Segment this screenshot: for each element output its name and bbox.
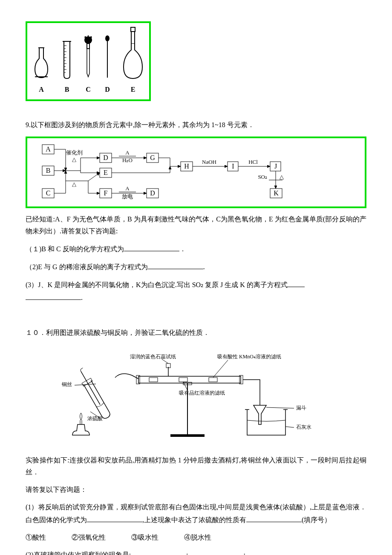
apparatus-c: C (82, 35, 95, 96)
blank (148, 261, 203, 269)
q10-experiment-diagram: 湿润的蓝色石蕊试纸 吸有酸性 KMnO₄溶液的滤纸 铜丝 吸有品红溶液的滤纸 浓… (26, 346, 366, 448)
q10-options: ①酸性 ②强氧化性 ③吸水性 ④脱水性 (26, 532, 366, 544)
punct: ． (284, 552, 291, 555)
experiment-setup-icon: 湿润的蓝色石蕊试纸 吸有酸性 KMnO₄溶液的滤纸 铜丝 吸有品红溶液的滤纸 浓… (60, 346, 332, 444)
punct: . (203, 263, 205, 270)
apparatus-label: C (86, 86, 91, 93)
num: ③ (131, 534, 138, 541)
opt-text: 强氧化性 (78, 534, 106, 541)
svg-text:A: A (125, 185, 130, 192)
svg-rect-69 (209, 378, 217, 382)
thermometer-icon (103, 35, 112, 82)
svg-line-81 (285, 427, 294, 427)
option-4: ④脱水性 (184, 532, 211, 544)
label-cuwire: 铜丝 (61, 381, 72, 387)
svg-text:△: △ (72, 181, 76, 187)
svg-rect-67 (149, 378, 158, 382)
option-1: ①酸性 (26, 532, 46, 544)
svg-text:G: G (150, 154, 155, 161)
blank (87, 514, 142, 522)
svg-text:I: I (232, 163, 234, 170)
apparatus-label: A (39, 86, 44, 93)
svg-text:A: A (46, 145, 51, 153)
apparatus-label: D (105, 86, 110, 93)
q10-p2: (2)直玻璃管中依次观察到的现象是:;;． (26, 549, 366, 555)
blank (26, 291, 81, 300)
q9-p2: （2)E 与 G 的稀溶液反响的离子方程式为. (26, 261, 366, 273)
q9-p3: (3）J、K 是同种金属的不同氯化物，K为白色沉淀.写出 SO₂ 复原 J 生成… (26, 279, 366, 304)
svg-text:放电: 放电 (122, 193, 133, 200)
q9-p3-text: (3）J、K 是同种金属的不同氯化物，K为白色沉淀.写出 SO₂ 复原 J 生成… (26, 281, 288, 288)
apparatus-e: E (120, 26, 146, 96)
svg-text:A: A (125, 149, 130, 156)
apparatus-d: D (103, 35, 112, 96)
punct: . (81, 294, 83, 301)
label-litmus: 湿润的蓝色石蕊试纸 (130, 354, 176, 360)
svg-text:△: △ (280, 174, 284, 180)
svg-text:H: H (184, 163, 189, 170)
svg-rect-15 (131, 27, 135, 32)
q9-intro: 9.以下框图涉及到的物质所含元素中,除一种元素外，其余均为 1~18 号元素． (26, 119, 366, 131)
q9-p1: （１)B 和 C 反响的化学方程式为． (26, 243, 366, 256)
flow-chart-icon: A B C D E F G D H I J K (34, 142, 298, 202)
svg-point-13 (105, 35, 110, 41)
apparatus-label: E (131, 86, 135, 93)
blank (131, 549, 186, 555)
q10-p1b: ,上述现象中表达了浓硫酸的性质有 (142, 516, 246, 523)
opt-text: 脱水性 (191, 534, 211, 541)
q10-p1: (1）将反响后的试管充分静置，观察到试管底部有白色固体出现,中间层是浅黄色液体(… (26, 501, 366, 526)
label-kmno4: 吸有酸性 KMnO₄溶液的滤纸 (217, 354, 281, 360)
svg-rect-12 (87, 44, 89, 49)
svg-text:C: C (46, 189, 51, 197)
svg-line-63 (81, 371, 100, 404)
svg-text:催化剂: 催化剂 (66, 149, 83, 156)
q10-number: １０． (26, 329, 46, 336)
label-pinhong: 吸有品红溶液的滤纸 (179, 390, 225, 396)
blank (288, 279, 305, 287)
svg-point-11 (84, 36, 92, 44)
option-2: ②强氧化性 (72, 532, 106, 544)
svg-text:B: B (46, 167, 51, 174)
num: ① (26, 534, 32, 541)
blank (245, 549, 284, 555)
svg-rect-65 (136, 375, 140, 384)
svg-line-80 (266, 407, 294, 408)
label-funnel: 漏斗 (296, 405, 306, 411)
svg-rect-68 (179, 378, 187, 382)
apparatus-figure: A B C (26, 21, 151, 101)
q9-flow-diagram: A B C D E F G D H I J K (26, 137, 366, 208)
q10-answer-prompt: 请答复以下咨询题： (26, 484, 366, 496)
blank (124, 243, 179, 251)
opt-text: 酸性 (32, 534, 46, 541)
apparatus-label: B (65, 86, 69, 93)
q10-intro-text: 利用图进展浓硫酸与铜反响，并验证二氧化硫的性质． (46, 329, 210, 336)
svg-text:H₂O: H₂O (122, 157, 133, 163)
svg-text:D: D (103, 154, 108, 161)
svg-line-42 (88, 173, 100, 181)
svg-text:△: △ (72, 156, 76, 163)
volumetric-flask-icon (120, 26, 146, 82)
svg-text:J: J (274, 163, 277, 170)
q10-p2a: (2)直玻璃管中依次观察到的现象是: (26, 552, 131, 555)
label-h2so4: 浓硫酸 (87, 416, 103, 421)
option-3: ③吸水性 (131, 532, 159, 544)
label-limewater: 石灰水 (296, 424, 311, 430)
svg-text:K: K (274, 189, 279, 197)
q10-operation: 实验操作如下:连接仪器和安放药品,用酒精灯加热 1 分钟后撤去酒精灯,将铜丝伸入… (26, 454, 366, 479)
svg-rect-73 (170, 434, 205, 437)
q10-p1c: (填序号） (302, 516, 331, 523)
flask-flat-bottom-icon (31, 44, 52, 82)
q9-p2-text: （2)E 与 G 的稀溶液反响的离子方程式为 (26, 263, 148, 270)
svg-line-75 (162, 359, 168, 363)
svg-text:F: F (104, 189, 108, 197)
q9-p1-text: （１)B 和 C 反响的化学方程式为 (26, 245, 124, 253)
q9-known: 已经知道:A、F 为无色气体单质，B 为具有刺激性气味的气体，C为黑色氧化物，E… (26, 213, 366, 238)
apparatus-a: A (31, 44, 52, 96)
q9-intro-text: 以下框图涉及到的物质所含元素中,除一种元素外，其余均为 1~18 号元素． (31, 121, 254, 128)
apparatus-b: B (61, 39, 73, 96)
num: ④ (184, 534, 191, 541)
blank (246, 514, 302, 522)
svg-line-76 (213, 360, 228, 378)
svg-text:SO₂: SO₂ (258, 174, 267, 180)
svg-text:D: D (150, 189, 155, 197)
